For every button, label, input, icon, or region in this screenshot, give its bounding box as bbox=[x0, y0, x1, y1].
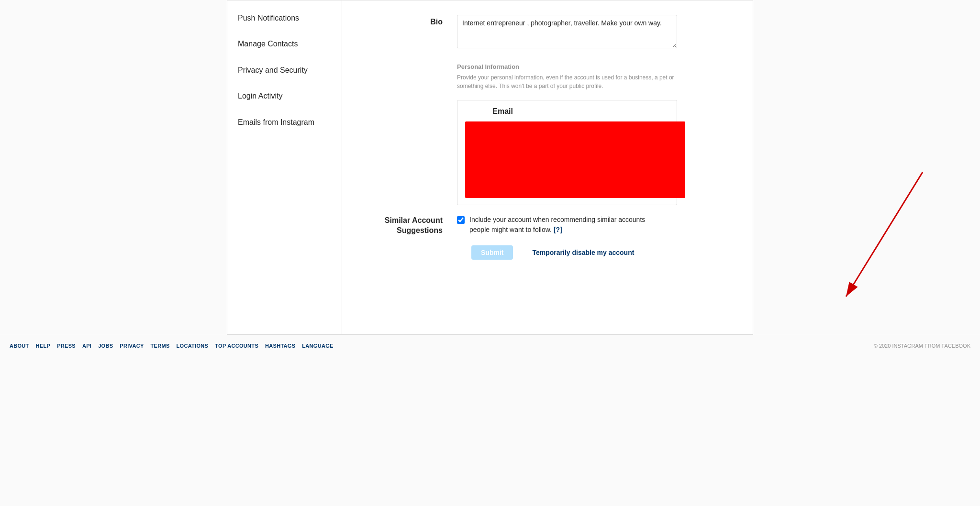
content-area: Bio Internet entrepreneur , photographer… bbox=[342, 0, 753, 334]
redacted-block bbox=[465, 121, 685, 198]
similar-account-control: Include your account when recommending s… bbox=[457, 214, 734, 235]
bio-row: Bio Internet entrepreneur , photographer… bbox=[361, 15, 734, 50]
footer-link-help[interactable]: HELP bbox=[36, 343, 51, 349]
personal-info-row: Personal Information Provide your person… bbox=[361, 58, 734, 205]
similar-account-label: Similar Account Suggestions bbox=[361, 214, 457, 236]
personal-info-spacer bbox=[361, 58, 457, 61]
bio-input[interactable]: Internet entrepreneur , photographer, tr… bbox=[457, 15, 677, 48]
footer-link-api[interactable]: API bbox=[82, 343, 91, 349]
personal-info-desc: Provide your personal information, even … bbox=[457, 73, 677, 90]
svg-line-1 bbox=[846, 172, 923, 297]
personal-info-section: Personal Information Provide your person… bbox=[457, 63, 734, 90]
footer-link-locations[interactable]: LOCATIONS bbox=[177, 343, 209, 349]
footer-links: ABOUT HELP PRESS API JOBS PRIVACY TERMS … bbox=[10, 343, 334, 349]
sidebar-item-privacy-security[interactable]: Privacy and Security bbox=[227, 57, 342, 83]
personal-info-title: Personal Information bbox=[457, 63, 734, 70]
email-row: Email bbox=[465, 107, 669, 116]
footer-link-privacy[interactable]: PRIVACY bbox=[120, 343, 144, 349]
sidebar-item-login-activity[interactable]: Login Activity bbox=[227, 83, 342, 109]
sidebar-item-emails-from-instagram[interactable]: Emails from Instagram bbox=[227, 110, 342, 135]
personal-info-box: Email bbox=[457, 100, 677, 205]
similar-account-help-link[interactable]: [?] bbox=[554, 226, 562, 233]
disable-account-link[interactable]: Temporarily disable my account bbox=[532, 249, 634, 256]
footer-link-language[interactable]: LANGUAGE bbox=[302, 343, 333, 349]
similar-account-checkbox[interactable] bbox=[457, 216, 465, 224]
personal-info-area: Personal Information Provide your person… bbox=[457, 58, 734, 205]
footer-link-about[interactable]: ABOUT bbox=[10, 343, 29, 349]
footer-link-terms[interactable]: TERMS bbox=[151, 343, 170, 349]
sidebar: Push Notifications Manage Contacts Priva… bbox=[227, 0, 342, 334]
email-label: Email bbox=[465, 107, 523, 116]
footer-link-top-accounts[interactable]: TOP ACCOUNTS bbox=[215, 343, 258, 349]
submit-button[interactable]: Submit bbox=[471, 245, 513, 260]
submit-row: Submit Temporarily disable my account bbox=[471, 245, 734, 260]
sidebar-item-push-notifications[interactable]: Push Notifications bbox=[227, 5, 342, 31]
red-arrow-annotation bbox=[808, 163, 951, 316]
footer-link-jobs[interactable]: JOBS bbox=[98, 343, 113, 349]
footer-link-press[interactable]: PRESS bbox=[57, 343, 76, 349]
footer-link-hashtags[interactable]: HASHTAGS bbox=[265, 343, 295, 349]
footer: ABOUT HELP PRESS API JOBS PRIVACY TERMS … bbox=[0, 335, 980, 356]
footer-copyright: © 2020 INSTAGRAM FROM FACEBOOK bbox=[874, 343, 970, 349]
bio-control: Internet entrepreneur , photographer, tr… bbox=[457, 15, 734, 50]
bio-label: Bio bbox=[361, 15, 457, 26]
sidebar-item-manage-contacts[interactable]: Manage Contacts bbox=[227, 31, 342, 57]
similar-account-row: Similar Account Suggestions Include your… bbox=[361, 214, 734, 236]
similar-account-text: Include your account when recommending s… bbox=[469, 215, 651, 235]
